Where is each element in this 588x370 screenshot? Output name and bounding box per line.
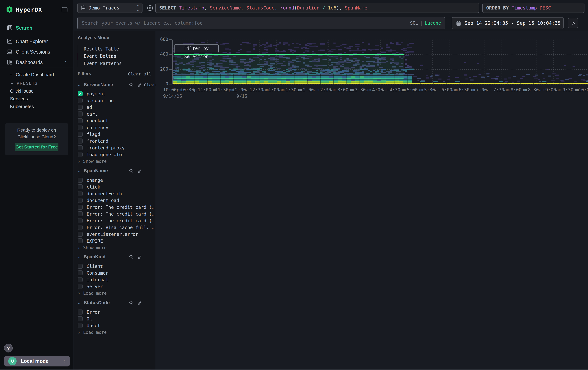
- filter-checkbox-row[interactable]: Internal: [78, 277, 152, 283]
- pin-icon[interactable]: [137, 82, 142, 87]
- checkbox[interactable]: [78, 232, 83, 237]
- filter-checkbox-row[interactable]: load-generator: [78, 152, 152, 158]
- analysis-mode-event-deltas[interactable]: Event Deltas: [84, 53, 145, 60]
- sidebar-item-chart-explorer[interactable]: Chart Explorer: [0, 37, 73, 47]
- checkbox[interactable]: [78, 238, 83, 243]
- filter-checkbox-row[interactable]: click: [78, 184, 152, 190]
- filter-checkbox-row[interactable]: currency: [78, 125, 152, 131]
- create-dashboard-button[interactable]: +Create Dashboard: [0, 72, 73, 80]
- filter-checkbox-row[interactable]: Error: Visa cache full: …: [78, 225, 152, 231]
- checkbox[interactable]: [78, 152, 83, 157]
- show-more-link[interactable]: ›Load more: [78, 330, 126, 336]
- filter-checkbox-row[interactable]: flagd: [78, 131, 152, 138]
- sidebar-item-services[interactable]: Services: [0, 96, 73, 105]
- pin-icon[interactable]: [137, 254, 142, 259]
- filter-checkbox-row[interactable]: eventListener.error: [78, 231, 152, 238]
- presets-toggle[interactable]: ⌄PRESETS: [0, 80, 73, 89]
- sidebar-item-clickhouse[interactable]: ClickHouse: [0, 89, 73, 97]
- checkbox[interactable]: [78, 310, 83, 314]
- show-more-link[interactable]: ›Show more: [78, 245, 126, 251]
- clear-all-button[interactable]: Clear all: [128, 71, 151, 76]
- search-input[interactable]: [82, 18, 411, 28]
- checkbox[interactable]: [78, 270, 83, 275]
- sidebar-item-search[interactable]: Search: [0, 23, 73, 33]
- filter-checkbox-row[interactable]: Client: [78, 263, 152, 270]
- sidebar-item-dashboards[interactable]: Dashboards⌃: [0, 58, 73, 68]
- show-more-link[interactable]: ›Load more: [78, 291, 126, 297]
- order-by-editor[interactable]: ORDER BY Timestamp DESC: [482, 3, 584, 13]
- checkbox[interactable]: [78, 178, 83, 183]
- checkbox[interactable]: [78, 118, 83, 123]
- analysis-mode-results-table[interactable]: Results Table: [84, 45, 145, 53]
- checkbox[interactable]: [78, 225, 83, 230]
- filter-checkbox-row[interactable]: accounting: [78, 98, 152, 104]
- filter-checkbox-row[interactable]: frontend: [78, 138, 152, 145]
- checkbox[interactable]: [78, 184, 83, 189]
- chevron-down-icon[interactable]: ⌄: [78, 83, 81, 87]
- chevron-down-icon[interactable]: ⌄: [78, 169, 81, 173]
- sidebar-item-kubernetes[interactable]: Kubernetes: [0, 104, 73, 112]
- checkbox-checked[interactable]: ✓: [78, 91, 83, 96]
- x-axis-tick-label: 2:30am: [320, 87, 336, 92]
- date-range-picker[interactable]: Sep 14 22:04:35 - Sep 15 10:04:35: [452, 17, 564, 29]
- filter-checkbox-row[interactable]: Error: The credit card (…: [78, 211, 152, 218]
- gear-icon[interactable]: [147, 5, 153, 11]
- filter-checkbox-row[interactable]: documentLoad: [78, 198, 152, 204]
- sql-mode-option[interactable]: SQL: [410, 20, 418, 26]
- filter-checkbox-row[interactable]: change: [78, 177, 152, 184]
- lucene-mode-option[interactable]: Lucene: [425, 20, 441, 26]
- filter-checkbox-row[interactable]: Error: The credit card (…: [78, 218, 152, 224]
- checkbox[interactable]: [78, 211, 83, 216]
- filter-checkbox-row[interactable]: ad: [78, 104, 152, 111]
- checkbox[interactable]: [78, 323, 83, 328]
- pin-icon[interactable]: [137, 300, 142, 305]
- data-source-select[interactable]: Demo Traces ⌃⌄: [77, 3, 143, 13]
- checkbox[interactable]: [78, 277, 83, 282]
- filter-checkbox-row[interactable]: frontend-proxy: [78, 145, 152, 151]
- filter-checkbox-row[interactable]: Consumer: [78, 270, 152, 277]
- sql-select-editor[interactable]: SELECT Timestamp, ServiceName, StatusCod…: [155, 3, 479, 13]
- clear-section-button[interactable]: Clear: [144, 82, 157, 87]
- filter-by-selection-button[interactable]: Filter by Selection: [174, 44, 219, 53]
- get-started-button[interactable]: Get Started for Free: [15, 143, 58, 151]
- checkbox[interactable]: [78, 218, 83, 223]
- help-button[interactable]: ?: [4, 344, 13, 352]
- show-more-link[interactable]: ›Show more: [78, 159, 126, 165]
- filter-checkbox-row[interactable]: ✓payment: [78, 91, 152, 97]
- checkbox[interactable]: [78, 284, 83, 289]
- checkbox[interactable]: [78, 125, 83, 130]
- analysis-mode-event-patterns[interactable]: Event Patterns: [84, 60, 145, 67]
- checkbox[interactable]: [78, 205, 83, 210]
- checkbox[interactable]: [78, 145, 83, 150]
- checkbox[interactable]: [78, 139, 83, 143]
- checkbox[interactable]: [78, 111, 83, 117]
- filter-checkbox-row[interactable]: checkout: [78, 118, 152, 124]
- filter-checkbox-row[interactable]: Error: [78, 309, 152, 316]
- filter-checkbox-row[interactable]: Ok: [78, 316, 152, 322]
- chevron-down-icon[interactable]: ⌄: [78, 301, 81, 305]
- checkbox[interactable]: [78, 191, 83, 196]
- horizontal-scrollbar[interactable]: [0, 369, 588, 370]
- checkbox[interactable]: [78, 316, 83, 321]
- checkbox[interactable]: [78, 132, 83, 137]
- search-icon[interactable]: [129, 254, 134, 259]
- checkbox[interactable]: [78, 198, 83, 203]
- pin-icon[interactable]: [137, 169, 142, 173]
- checkbox[interactable]: [78, 105, 83, 110]
- filter-checkbox-row[interactable]: documentFetch: [78, 191, 152, 197]
- sidebar-item-client-sessions[interactable]: Client Sessions: [0, 47, 73, 57]
- search-icon[interactable]: [129, 82, 134, 87]
- collapse-sidebar-icon[interactable]: [61, 6, 68, 13]
- chevron-down-icon[interactable]: ⌄: [78, 255, 81, 259]
- filter-checkbox-row[interactable]: Server: [78, 284, 152, 290]
- filter-checkbox-row[interactable]: EXPIRE: [78, 238, 152, 245]
- filter-checkbox-row[interactable]: Unset: [78, 323, 152, 329]
- account-menu[interactable]: U Local mode ›: [4, 356, 70, 366]
- filter-checkbox-row[interactable]: cart: [78, 111, 152, 118]
- search-icon[interactable]: [129, 300, 134, 305]
- filter-checkbox-row[interactable]: Error: The credit card (…: [78, 204, 152, 211]
- checkbox[interactable]: [78, 264, 83, 269]
- search-icon[interactable]: [129, 169, 134, 173]
- run-query-button[interactable]: [568, 18, 578, 28]
- checkbox[interactable]: [78, 98, 83, 103]
